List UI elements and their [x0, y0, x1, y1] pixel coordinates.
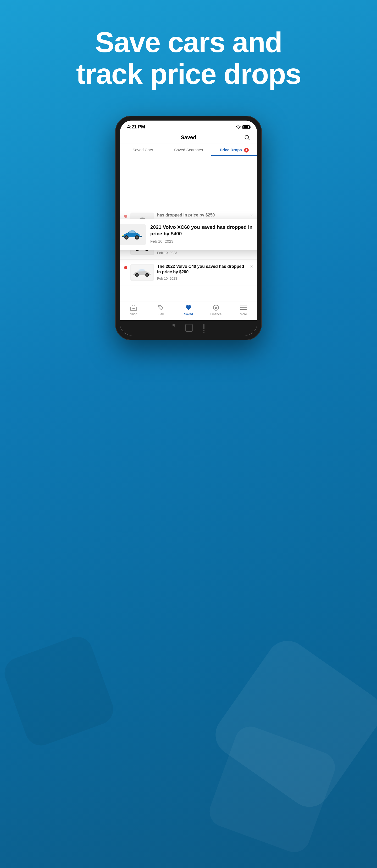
status-bar: 4:21 PM — [120, 121, 257, 132]
item-1-title: has dropped in price by $250 — [157, 213, 247, 218]
svg-rect-7 — [140, 236, 142, 237]
more-icon — [240, 304, 247, 311]
phone-inner: 4:21 PM Saved — [120, 121, 257, 336]
svg-point-27 — [146, 274, 148, 276]
sell-icon — [157, 304, 165, 311]
svg-rect-10 — [122, 235, 124, 236]
tab-saved-cars[interactable]: Saved Cars — [120, 144, 166, 156]
svg-rect-28 — [149, 273, 151, 274]
tab-bar: Saved Cars Saved Searches Price Drops 4 — [120, 144, 257, 156]
notif-date: Feb 10, 2023 — [150, 239, 257, 244]
status-time: 4:21 PM — [127, 124, 145, 130]
svg-point-6 — [136, 237, 138, 239]
notif-spacer — [120, 156, 257, 208]
notif-title: 2021 Volvo XC60 you saved has dropped in… — [150, 224, 257, 237]
item-1-close-button[interactable]: × — [250, 213, 253, 218]
item-1-unread-dot — [124, 215, 127, 218]
item-3-title: The 2022 Volvo C40 you saved has dropped… — [157, 264, 247, 275]
hero-title-line2: track price drops — [76, 58, 301, 90]
item-3-unread-dot — [124, 266, 127, 269]
nav-item-finance[interactable]: Finance — [202, 304, 230, 316]
hero-title: Save cars and track price drops — [45, 26, 333, 90]
nav-saved-label: Saved — [184, 312, 193, 316]
item-2-date: Feb 10, 2023 — [157, 251, 247, 255]
svg-point-4 — [126, 237, 128, 239]
finance-icon — [212, 304, 220, 311]
svg-line-1 — [248, 138, 250, 140]
content-area: 2021 Volvo XC60 you saved has dropped in… — [120, 156, 257, 320]
nav-more-label: More — [240, 312, 247, 316]
item-3-date: Feb 10, 2023 — [157, 277, 247, 280]
shop-icon — [130, 304, 137, 311]
item-3-content: The 2022 Volvo C40 you saved has dropped… — [157, 264, 247, 280]
phone-outer: 4:21 PM Saved — [115, 116, 262, 340]
gesture-home — [185, 324, 193, 332]
tab-price-drops[interactable]: Price Drops 4 — [211, 144, 257, 156]
item-3-car-svg — [131, 265, 153, 280]
nav-item-shop[interactable]: Shop — [120, 304, 147, 316]
hero-title-line1: Save cars and — [95, 26, 282, 58]
saved-icon — [185, 304, 192, 311]
nav-item-sell[interactable]: Sell — [147, 304, 175, 316]
svg-rect-8 — [122, 236, 124, 237]
tab-price-drops-label: Price Drops — [220, 148, 242, 152]
item-3-car-image — [130, 264, 154, 281]
gesture-recent — [203, 324, 204, 333]
bottom-nav: Shop Sell — [120, 301, 257, 320]
nav-shop-label: Shop — [130, 312, 137, 316]
battery-icon — [242, 125, 250, 129]
app-header-title: Saved — [181, 134, 196, 141]
price-drop-item-3: The 2022 Volvo C40 you saved has dropped… — [120, 260, 257, 285]
nav-item-saved[interactable]: Saved — [175, 304, 202, 316]
content-padding — [120, 285, 257, 301]
tab-saved-searches-label: Saved Searches — [174, 148, 203, 152]
svg-point-31 — [160, 306, 161, 307]
search-button[interactable] — [242, 133, 252, 142]
nav-item-more[interactable]: More — [230, 304, 257, 316]
svg-rect-9 — [140, 235, 141, 236]
price-drops-badge: 4 — [244, 148, 249, 153]
phone-mockup: 4:21 PM Saved — [115, 116, 262, 340]
search-icon — [244, 135, 250, 141]
app-header: Saved — [120, 132, 257, 144]
volvo-xc60-blue-image — [120, 226, 145, 243]
notif-car-image — [120, 224, 146, 245]
svg-rect-30 — [133, 308, 135, 309]
notification-card: 2021 Volvo XC60 you saved has dropped in… — [120, 219, 257, 250]
gesture-back — [173, 324, 175, 326]
phone-gesture-bar — [120, 320, 257, 336]
svg-point-25 — [136, 274, 138, 276]
nav-sell-label: Sell — [159, 312, 164, 316]
wifi-icon — [236, 125, 241, 129]
tab-saved-searches[interactable]: Saved Searches — [166, 144, 211, 156]
tab-saved-cars-label: Saved Cars — [133, 148, 153, 152]
item-3-close-button[interactable]: × — [250, 264, 253, 270]
nav-finance-label: Finance — [210, 312, 221, 316]
notif-content: 2021 Volvo XC60 you saved has dropped in… — [150, 224, 257, 244]
status-icons — [236, 125, 250, 129]
